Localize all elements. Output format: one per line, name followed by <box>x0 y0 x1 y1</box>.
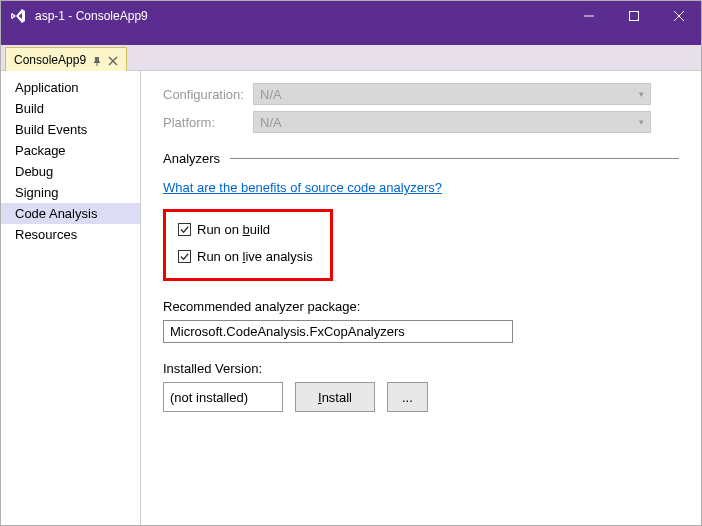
configuration-label: Configuration: <box>163 87 253 102</box>
section-divider <box>230 158 679 159</box>
analyzers-help-link[interactable]: What are the benefits of source code ana… <box>163 180 442 195</box>
maximize-button[interactable] <box>611 1 656 31</box>
chevron-down-icon: ▾ <box>639 117 644 127</box>
recommended-package-input[interactable] <box>163 320 513 343</box>
install-button[interactable]: Install <box>295 382 375 412</box>
tab-close-icon[interactable] <box>108 55 118 65</box>
run-on-build-label: Run on build <box>197 222 270 237</box>
installed-version-label: Installed Version: <box>163 361 679 376</box>
titlebar: asp-1 - ConsoleApp9 <box>1 1 701 31</box>
run-on-live-label: Run on live analysis <box>197 249 313 264</box>
menubar <box>1 31 701 45</box>
close-button[interactable] <box>656 1 701 31</box>
highlighted-checkboxes: Run on build Run on live analysis <box>163 209 333 281</box>
visual-studio-icon <box>9 7 27 25</box>
sidebar-item-package[interactable]: Package <box>1 140 140 161</box>
tabbar: ConsoleApp9 <box>1 45 701 71</box>
sidebar-item-signing[interactable]: Signing <box>1 182 140 203</box>
main-panel: Configuration: N/A ▾ Platform: N/A ▾ Ana… <box>141 71 701 525</box>
window-title: asp-1 - ConsoleApp9 <box>35 9 566 23</box>
sidebar-item-resources[interactable]: Resources <box>1 224 140 245</box>
chevron-down-icon: ▾ <box>639 89 644 99</box>
platform-label: Platform: <box>163 115 253 130</box>
svg-rect-1 <box>629 12 638 21</box>
sidebar: Application Build Build Events Package D… <box>1 71 141 525</box>
sidebar-item-build-events[interactable]: Build Events <box>1 119 140 140</box>
browse-button[interactable]: ... <box>387 382 428 412</box>
sidebar-item-application[interactable]: Application <box>1 77 140 98</box>
document-tab[interactable]: ConsoleApp9 <box>5 47 127 71</box>
sidebar-item-build[interactable]: Build <box>1 98 140 119</box>
configuration-select[interactable]: N/A ▾ <box>253 83 651 105</box>
sidebar-item-debug[interactable]: Debug <box>1 161 140 182</box>
recommended-label: Recommended analyzer package: <box>163 299 679 314</box>
run-on-live-checkbox[interactable] <box>178 250 191 263</box>
pin-icon[interactable] <box>92 55 102 65</box>
run-on-build-checkbox[interactable] <box>178 223 191 236</box>
installed-version-input[interactable] <box>163 382 283 412</box>
section-title: Analyzers <box>163 151 220 166</box>
platform-select[interactable]: N/A ▾ <box>253 111 651 133</box>
window-controls <box>566 1 701 31</box>
minimize-button[interactable] <box>566 1 611 31</box>
tab-label: ConsoleApp9 <box>14 53 86 67</box>
sidebar-item-code-analysis[interactable]: Code Analysis <box>1 203 140 224</box>
